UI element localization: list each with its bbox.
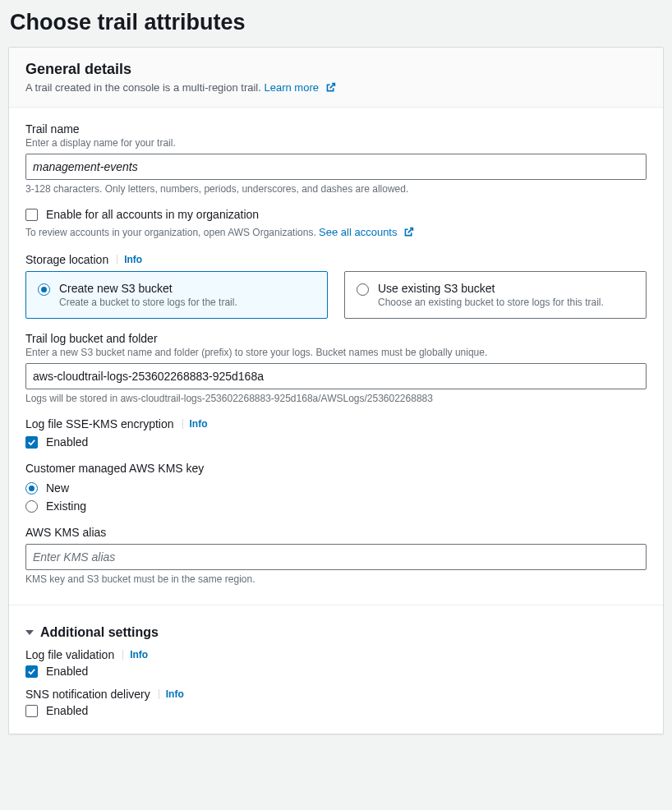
kms-key-existing-radio[interactable] [25,500,38,513]
storage-label: Storage location [25,253,108,266]
sse-kms-label: Log file SSE-KMS encryption [25,417,174,430]
bucket-note: Logs will be stored in aws-cloudtrail-lo… [25,393,647,404]
sns-label: SNS notification delivery [25,688,150,701]
storage-info-link[interactable]: Info [124,254,142,265]
bucket-label: Trail log bucket and folder [25,332,647,345]
log-validation-field: Log file validation Info Enabled [25,648,647,678]
org-enable-checkbox[interactable] [25,209,38,221]
radio-icon [38,283,50,296]
external-link-icon [403,227,414,240]
trail-name-hint: Enter a display name for your trail. [25,137,647,149]
kms-key-new-label[interactable]: New [46,481,69,495]
panel-header: General details A trail created in the c… [9,48,663,108]
general-subtext: A trail created in the console is a mult… [25,81,647,95]
learn-more-link[interactable]: Learn more [264,81,335,94]
trail-name-input[interactable] [25,154,647,180]
kms-alias-input[interactable] [25,544,647,570]
chevron-down-icon [25,630,34,635]
trail-name-field: Trail name Enter a display name for your… [25,122,647,195]
kms-key-field: Customer managed AWS KMS key New Existin… [25,462,647,513]
page-title: Choose trail attributes [10,10,664,35]
additional-heading: Additional settings [40,625,159,640]
general-details-panel: General details A trail created in the c… [8,47,664,734]
additional-settings-toggle[interactable]: Additional settings [25,625,647,640]
external-link-icon [325,82,336,95]
storage-create-title: Create new S3 bucket [59,282,315,295]
radio-icon [357,283,369,296]
storage-existing-card[interactable]: Use existing S3 bucket Choose an existin… [344,271,647,319]
storage-create-sub: Create a bucket to store logs for the tr… [59,297,315,308]
log-validation-label: Log file validation [25,648,114,661]
kms-alias-label: AWS KMS alias [25,526,647,539]
sse-kms-field: Log file SSE-KMS encryption Info Enabled [25,417,647,449]
sns-info-link[interactable]: Info [166,688,184,700]
storage-existing-sub: Choose an existing bucket to store logs … [378,297,634,308]
trail-name-label: Trail name [25,122,647,136]
sns-enabled-label[interactable]: Enabled [46,704,88,717]
storage-create-new-card[interactable]: Create new S3 bucket Create a bucket to … [25,271,328,319]
sse-kms-info-link[interactable]: Info [190,418,208,430]
sns-field: SNS notification delivery Info Enabled [25,688,647,717]
divider [9,605,663,605]
sse-kms-enabled-label[interactable]: Enabled [46,435,88,449]
kms-alias-note: KMS key and S3 bucket must be in the sam… [25,573,647,585]
org-hint-text: To review accounts in your organization,… [25,227,316,238]
kms-key-new-radio[interactable] [25,482,38,495]
org-enable-field: Enable for all accounts in my organizati… [25,208,647,240]
kms-alias-field: AWS KMS alias KMS key and S3 bucket must… [25,526,647,585]
kms-key-label: Customer managed AWS KMS key [25,462,647,475]
log-validation-info-link[interactable]: Info [130,649,148,660]
sse-kms-checkbox[interactable] [25,436,38,449]
bucket-hint: Enter a new S3 bucket name and folder (p… [25,347,647,358]
bucket-field: Trail log bucket and folder Enter a new … [25,332,647,404]
storage-existing-title: Use existing S3 bucket [378,282,634,295]
storage-location-field: Storage location Info Create new S3 buck… [25,253,647,319]
sns-checkbox[interactable] [25,705,38,717]
log-validation-checkbox[interactable] [25,665,38,678]
bucket-input[interactable] [25,363,647,389]
general-heading: General details [25,61,647,78]
trail-name-note: 3-128 characters. Only letters, numbers,… [25,183,647,195]
log-validation-enabled-label[interactable]: Enabled [46,665,88,678]
see-all-accounts-link[interactable]: See all accounts [319,226,414,238]
org-enable-label[interactable]: Enable for all accounts in my organizati… [46,208,259,221]
kms-key-existing-label[interactable]: Existing [46,499,86,513]
